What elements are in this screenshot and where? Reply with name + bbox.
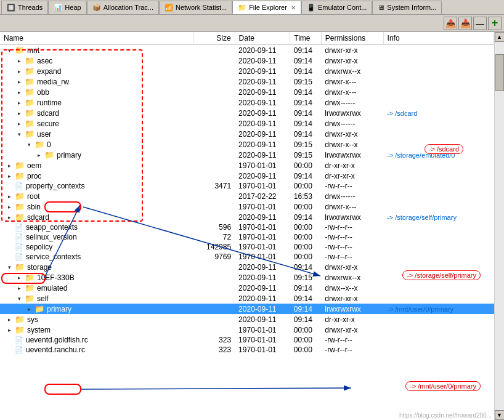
table-row[interactable]: 📄selinux_version721970-01-0100:00-rw-r--…	[0, 232, 494, 242]
expand-icon[interactable]: ▸	[15, 119, 23, 128]
pull-button[interactable]: 📤	[444, 17, 457, 30]
expand-icon[interactable]: ▸	[15, 57, 23, 65]
file-permissions-cell: -rw-r--r--	[321, 345, 383, 355]
table-row[interactable]: ▾📁user2020-09-1109:14drwxr-xr-x	[0, 129, 494, 139]
expand-icon[interactable]: ▸	[5, 315, 14, 324]
scrollbar[interactable]: ▲ ▼	[494, 32, 504, 420]
table-row[interactable]: 📄seapp_contexts5961970-01-0100:00-rw-r--…	[0, 222, 494, 232]
file-permissions-cell: drwxr-xr-x	[321, 129, 383, 139]
table-row[interactable]: ▸📁sys2020-09-1109:14dr-xr-xr-x	[0, 314, 494, 325]
system-info-icon: 🖥	[378, 4, 384, 11]
expand-icon[interactable]: ▸	[15, 109, 23, 118]
expand-icon[interactable]: ▸	[15, 88, 23, 97]
table-row[interactable]: ▸📁proc2020-09-1109:14dr-xr-xr-x	[0, 171, 494, 181]
tab-threads[interactable]: 🔲 Threads	[1, 1, 48, 14]
table-row[interactable]: ▸📁sdcard2020-09-1109:14lrwxrwxrwx-> /sto…	[0, 212, 494, 222]
expand-icon[interactable]	[5, 252, 14, 261]
expand-icon[interactable]: ▸	[15, 78, 23, 86]
expand-icon[interactable]: ▸	[35, 151, 43, 160]
file-time-cell: 09:14	[290, 171, 321, 181]
file-explorer-panel[interactable]: Name Size Date Time Permissions Info ▾📁m…	[0, 32, 494, 420]
delete-button[interactable]: —	[473, 17, 487, 30]
tab-network[interactable]: 📶 Network Statist...	[159, 1, 232, 14]
table-row[interactable]: 📄service_contexts97691970-01-0100:00-rw-…	[0, 252, 494, 262]
tab-system-info[interactable]: 🖥 System Inform...	[372, 1, 442, 14]
expand-icon[interactable]: ▸	[5, 192, 14, 201]
table-row[interactable]: ▾📁02020-09-1109:15drwxr-x--x	[0, 139, 494, 150]
table-row[interactable]: ▸📁obb2020-09-1109:14drwxr-x---	[0, 87, 494, 97]
tab-allocation[interactable]: 📦 Allocation Trac...	[87, 1, 159, 14]
file-size-cell	[193, 76, 235, 87]
expand-icon[interactable]	[5, 243, 14, 251]
tab-heap[interactable]: 📊 Heap	[48, 1, 86, 14]
table-row[interactable]: ▸📁runtime2020-09-1109:14drwx------	[0, 97, 494, 108]
expand-icon[interactable]: ▾	[5, 46, 14, 55]
file-name-cell: 📄sepolicy	[0, 242, 193, 252]
table-row[interactable]: ▸📁primary2020-09-1109:15lrwxrwxrwx-> /st…	[0, 150, 494, 160]
table-row[interactable]: 📄ueventd.goldfish.rc3231970-01-0100:00-r…	[0, 335, 494, 345]
table-row[interactable]: 📄sepolicy1429851970-01-0100:00-rw-r--r--	[0, 242, 494, 252]
expand-icon[interactable]	[5, 223, 14, 232]
tab-emulator[interactable]: 📱 Emulator Cont...	[301, 1, 372, 14]
file-name: emulated	[37, 284, 67, 293]
expand-icon[interactable]: ▸	[5, 161, 14, 170]
expand-icon[interactable]	[5, 345, 14, 354]
file-name-cell: 📄service_contexts	[0, 252, 193, 262]
expand-icon[interactable]: ▸	[5, 213, 14, 222]
table-row[interactable]: ▸📁secure2020-09-1109:14drwx------	[0, 118, 494, 129]
table-row[interactable]: ▾📁mnt2020-09-1109:14drwxr-xr-x	[0, 45, 494, 56]
table-row[interactable]: ▸📁sbin1970-01-0100:00drwxr-x---	[0, 201, 494, 212]
table-row[interactable]: ▸📁expand2020-09-1109:14drwxrwx--x	[0, 66, 494, 76]
expand-icon[interactable]	[5, 336, 14, 344]
file-size-cell	[193, 325, 235, 335]
expand-icon[interactable]: ▾	[5, 263, 14, 272]
file-time-cell: 09:14	[290, 87, 321, 97]
table-row[interactable]: ▸📁oem1970-01-0100:00dr-xr-xr-x	[0, 160, 494, 171]
table-row[interactable]: 📄property_contexts34711970-01-0100:00-rw…	[0, 181, 494, 191]
expand-icon[interactable]: ▸	[15, 273, 23, 282]
expand-icon[interactable]: ▸	[5, 203, 14, 211]
tab-file-explorer[interactable]: 📁 File Explorer ✕	[232, 1, 301, 14]
file-info-cell	[383, 293, 494, 304]
scroll-track[interactable]	[495, 42, 504, 410]
file-permissions-cell: drwx------	[321, 191, 383, 201]
expand-icon[interactable]	[5, 182, 14, 190]
file-name-cell: ▾📁user	[0, 129, 193, 139]
expand-icon[interactable]: ▸	[25, 305, 33, 313]
file-permissions-cell: drwx------	[321, 118, 383, 129]
folder-icon: 📁	[25, 129, 35, 139]
expand-icon[interactable]: ▾	[15, 130, 23, 139]
table-row[interactable]: ▸📁primary2020-09-1109:14lrwxrwxrwx-> /mn…	[0, 304, 494, 314]
folder-icon: 📁	[25, 273, 35, 282]
expand-icon[interactable]: ▸	[15, 99, 23, 107]
file-date-cell: 2020-09-11	[235, 150, 290, 160]
table-row[interactable]: ▾📁self2020-09-1109:14drwxr-xr-x	[0, 293, 494, 304]
expand-icon[interactable]: ▾	[15, 294, 23, 303]
expand-icon[interactable]	[5, 233, 14, 241]
table-row[interactable]: 📄ueventd.ranchu.rc3231970-01-0100:00-rw-…	[0, 345, 494, 355]
table-row[interactable]: ▸📁sdcard2020-09-1109:14lrwxrwxrwx-> /sdc…	[0, 108, 494, 118]
expand-icon[interactable]: ▾	[25, 140, 33, 149]
table-row[interactable]: ▸📁root2017-02-2216:53drwx------	[0, 191, 494, 201]
add-button[interactable]: +	[488, 17, 502, 30]
expand-icon[interactable]: ▸	[15, 284, 23, 293]
table-row[interactable]: ▾📁storage2020-09-1109:14drwxr-xr-x	[0, 262, 494, 272]
expand-icon[interactable]: ▸	[15, 67, 23, 76]
table-row[interactable]: ▸📁media_rw2020-09-1109:15drwxr-x---	[0, 76, 494, 87]
table-row[interactable]: ▸📁emulated2020-09-1109:14drwx--x--x	[0, 283, 494, 293]
push-button[interactable]: 📥	[458, 17, 472, 30]
folder-icon: 📁	[25, 283, 35, 293]
table-row[interactable]: ▸📁asec2020-09-1109:14drwxr-xr-x	[0, 55, 494, 66]
scroll-up-button[interactable]: ▲	[495, 32, 505, 42]
file-permissions-cell: lrwxrwxrwx	[321, 304, 383, 314]
folder-icon: 📁	[44, 150, 54, 160]
file-name: root	[27, 192, 40, 201]
file-permissions-cell: drwxr-xr-x	[321, 293, 383, 304]
close-icon[interactable]: ✕	[291, 4, 296, 11]
scroll-thumb[interactable]	[495, 54, 504, 91]
expand-icon[interactable]: ▸	[5, 326, 14, 334]
expand-icon[interactable]: ▸	[5, 172, 14, 180]
table-row[interactable]: ▸📁system1970-01-0100:00drwxr-xr-x	[0, 325, 494, 335]
table-row[interactable]: ▸📁10EF-330B2020-09-1109:15drwxrwx--x	[0, 272, 494, 283]
scroll-down-button[interactable]: ▼	[495, 410, 505, 420]
